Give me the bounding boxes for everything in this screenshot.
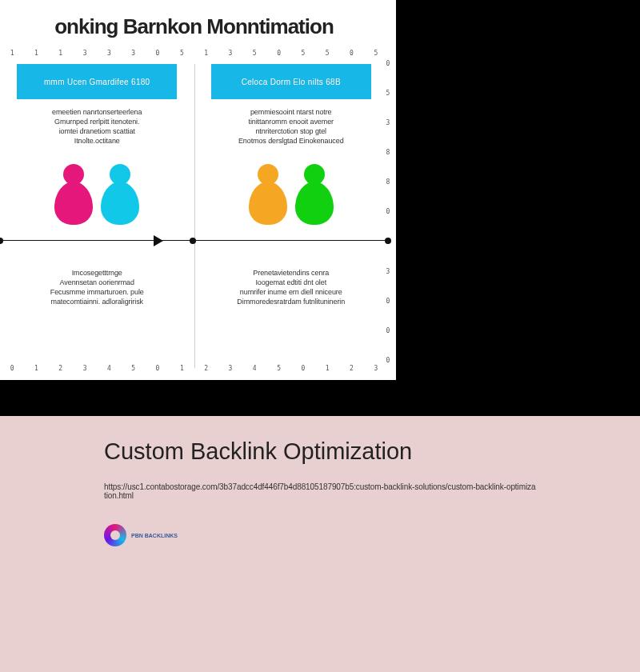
top-axis-ticks: 1113330513505505 <box>0 50 388 57</box>
panel-lower-left: Imcosegetttrnge Avennsetan oorienrmad Fe… <box>50 268 144 307</box>
content-section: Custom Backlink Optimization https://usc… <box>0 416 640 672</box>
logo-swirl-icon <box>104 524 126 546</box>
page-title: Custom Backlink Optimization <box>104 438 536 465</box>
diagram-title: onking Barnkon Monntimation <box>0 14 388 39</box>
source-url[interactable]: https://usc1.contabostorage.com/3b37adcc… <box>104 482 536 500</box>
panel-lower-right: Prenetavietendins cenra Ioogemat edtiti … <box>237 268 345 307</box>
black-side-bar <box>396 0 640 380</box>
panel-header-left: mmm Ucen Gmardifee 6180 <box>17 64 177 99</box>
bottom-axis-ticks: 0123450123450123 <box>0 365 388 372</box>
logo-text: PBN BACKLINKS <box>131 533 178 538</box>
panel-header-right: Celoca Dorm Elo nilts 68B <box>211 64 371 99</box>
arrow-right-icon <box>154 235 163 246</box>
people-icon-right <box>246 164 337 225</box>
black-separator <box>0 380 640 416</box>
panel-body-right: pemmiesooint ntarst notre tinittanromm e… <box>238 107 344 146</box>
timeline-arrow <box>0 240 388 241</box>
people-icon-left <box>51 164 142 225</box>
diagram: onking Barnkon Monntimation 111333051350… <box>0 0 396 380</box>
panel-right: Celoca Dorm Elo nilts 68B pemmiesooint n… <box>194 64 389 306</box>
panel-left: mmm Ucen Gmardifee 6180 emeetien nanrton… <box>0 64 194 306</box>
panel-body-left: emeetien nanrtonserteerlena Gmurnped rer… <box>52 107 142 146</box>
logo: PBN BACKLINKS <box>104 524 536 546</box>
